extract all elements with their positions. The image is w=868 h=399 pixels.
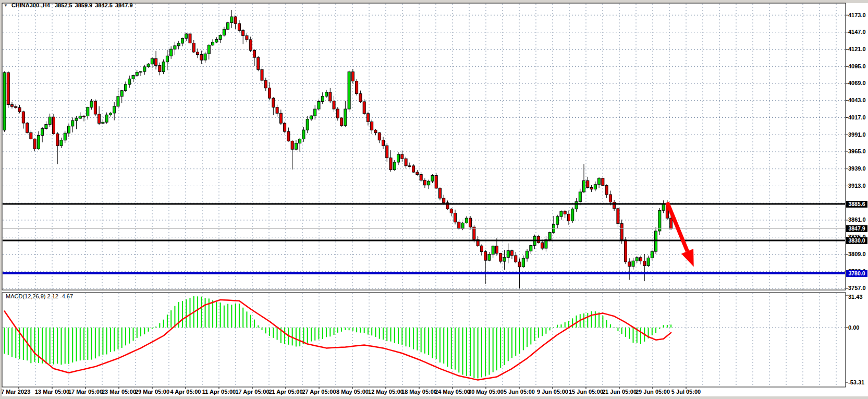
- macd-histogram-bar: [38, 328, 39, 363]
- macd-histogram-bar: [57, 328, 58, 364]
- macd-histogram-bar: [99, 328, 100, 356]
- candle-body: [560, 211, 563, 216]
- price-tick-label: 3991.0: [848, 131, 866, 138]
- time-tick-label: 12 May 05:00: [368, 389, 404, 395]
- macd-histogram-bar: [65, 328, 66, 364]
- candle-body: [227, 22, 229, 29]
- macd-histogram-bar: [455, 328, 456, 370]
- candle-body: [284, 123, 286, 131]
- macd-histogram-bar: [91, 328, 92, 360]
- candle-body: [151, 58, 153, 64]
- macd-histogram-bar: [527, 328, 528, 347]
- candle-body: [670, 218, 673, 228]
- macd-histogram-bar: [231, 305, 232, 328]
- macd-histogram-bar: [34, 328, 35, 362]
- candle-body: [37, 136, 40, 149]
- candle-body: [147, 64, 150, 67]
- macd-histogram-bar: [417, 328, 418, 350]
- candle-body: [548, 233, 551, 240]
- candle-body: [87, 107, 89, 116]
- candle-body: [170, 49, 173, 56]
- macd-panel-border: [2, 293, 846, 387]
- candles: [3, 10, 673, 288]
- candle-body: [583, 180, 585, 192]
- candle-body: [105, 115, 108, 122]
- candle-body: [564, 211, 566, 214]
- time-tick-label: 17 Mar 05:00: [68, 389, 103, 395]
- macd-histogram-bar: [519, 328, 520, 354]
- macd-histogram-bar: [621, 328, 622, 334]
- candle-body: [200, 55, 203, 61]
- candle-body: [60, 140, 63, 146]
- macd-histogram-bar: [152, 328, 153, 329]
- candle-body: [594, 185, 596, 189]
- ohlc-low-value: 3842.5: [95, 2, 113, 8]
- time-tick-label: 27 Apr 05:00: [302, 389, 336, 395]
- candle-body: [465, 218, 468, 223]
- macd-histogram-bar: [470, 328, 471, 376]
- macd-histogram-bar: [174, 306, 175, 328]
- macd-histogram-bar: [4, 328, 5, 354]
- candle-body: [363, 102, 365, 114]
- candle-body: [556, 216, 559, 224]
- macd-histogram-bar: [167, 315, 168, 328]
- candle-body: [7, 72, 9, 104]
- macd-histogram-bar: [504, 328, 505, 365]
- candle-body: [174, 46, 176, 49]
- price-tick-label: 3861.0: [848, 216, 866, 223]
- symbol-dropdown-icon[interactable]: ▼: [4, 3, 8, 8]
- macd-histogram-bar: [632, 328, 633, 343]
- candle-body: [249, 40, 252, 50]
- chart-canvas[interactable]: [0, 0, 868, 399]
- macd-histogram-bar: [390, 328, 392, 342]
- candle-body: [246, 35, 248, 40]
- candle-body: [295, 143, 297, 150]
- candle-body: [329, 92, 332, 101]
- candle-body: [109, 113, 112, 115]
- candle-body: [397, 154, 400, 162]
- macd-histogram-bar: [606, 320, 607, 328]
- candle-body: [215, 40, 218, 42]
- candle-body: [189, 34, 191, 43]
- candle-body: [177, 43, 180, 46]
- candle-body: [389, 158, 392, 170]
- macd-main-value: 2.12: [47, 293, 58, 299]
- candle-body: [651, 251, 653, 258]
- candle-body: [253, 50, 255, 57]
- candle-body: [26, 123, 29, 132]
- macd-histogram-bar: [629, 328, 630, 339]
- macd-histogram-bar: [205, 298, 206, 328]
- macd-histogram-bar: [557, 325, 558, 328]
- macd-histogram-bar: [242, 308, 243, 328]
- macd-histogram-bar: [307, 328, 308, 343]
- macd-histogram-bar: [375, 328, 376, 337]
- macd-indicator: [4, 296, 672, 380]
- macd-histogram-bar: [545, 328, 546, 334]
- candle-body: [431, 176, 434, 182]
- candle-body: [386, 146, 388, 158]
- macd-histogram-bar: [121, 328, 123, 348]
- macd-histogram-bar: [655, 328, 656, 333]
- time-tick-label: 7 Mar 2023: [1, 389, 30, 395]
- macd-histogram-bar: [576, 316, 577, 328]
- macd-histogram-bar: [598, 312, 600, 328]
- candle-body: [590, 187, 593, 189]
- macd-histogram-bar: [30, 328, 31, 363]
- candle-body: [185, 34, 188, 38]
- macd-histogram-bar: [15, 328, 16, 358]
- trend-arrow-head[interactable]: [681, 249, 694, 267]
- candle-body: [132, 75, 135, 79]
- candle-body: [197, 52, 199, 55]
- candle-body: [79, 116, 81, 118]
- macd-histogram-bar: [45, 328, 46, 364]
- mt4-chart-window: ▼CHINA300-,H43852.53859.93842.53847.9 MA…: [0, 0, 868, 399]
- macd-histogram-bar: [364, 328, 365, 333]
- macd-histogram-bar: [95, 328, 96, 358]
- macd-histogram-bar: [262, 328, 263, 330]
- candle-body: [435, 176, 437, 188]
- price-tick-label: 3809.0: [848, 251, 866, 257]
- time-tick-label: 8 May 05:00: [336, 389, 369, 395]
- macd-signal-line: [5, 300, 671, 380]
- candle-body: [511, 251, 514, 256]
- macd-histogram-bar: [368, 328, 369, 334]
